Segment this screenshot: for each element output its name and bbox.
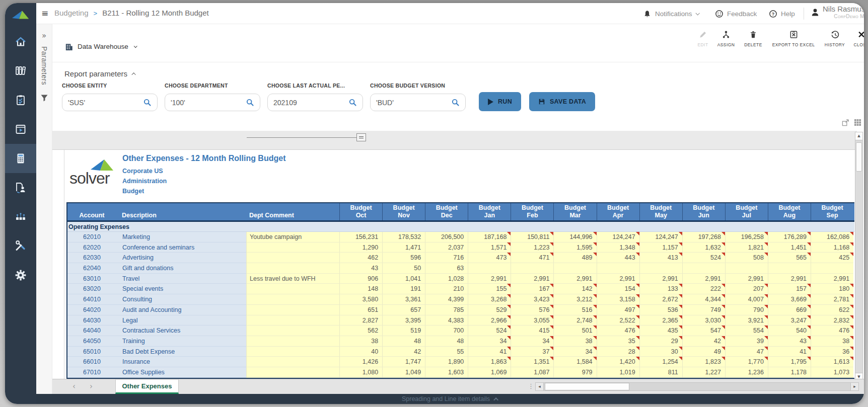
value-cell[interactable]: 2,522: [597, 315, 639, 326]
close-button[interactable]: CLOSE: [850, 30, 864, 47]
value-cell[interactable]: 425: [811, 253, 853, 263]
value-cell[interactable]: 501: [553, 325, 596, 336]
value-cell[interactable]: 3,268: [468, 294, 511, 305]
value-cell[interactable]: 547: [682, 325, 725, 336]
value-cell[interactable]: 28: [597, 347, 639, 357]
value-cell[interactable]: [682, 263, 725, 274]
data-source-dropdown[interactable]: Data Warehouse: [64, 42, 136, 51]
value-cell[interactable]: 4,399: [425, 294, 468, 305]
drag-handle-icon[interactable]: ⋮: [528, 382, 534, 390]
value-cell[interactable]: 2,827: [339, 315, 382, 326]
value-cell[interactable]: 540: [768, 325, 811, 336]
sidebar-item-workflow[interactable]: [5, 202, 36, 231]
horizontal-scrollbar[interactable]: ◂ ▸: [535, 382, 859, 391]
value-cell[interactable]: [511, 263, 553, 274]
value-cell[interactable]: 1,049: [382, 367, 425, 378]
value-cell[interactable]: 38: [339, 336, 382, 347]
value-cell[interactable]: 476: [811, 325, 853, 336]
feedback-button[interactable]: Feedback: [715, 3, 757, 24]
value-cell[interactable]: 155: [468, 284, 511, 294]
value-cell[interactable]: 34: [511, 336, 553, 347]
value-cell[interactable]: 811: [639, 367, 682, 378]
search-icon[interactable]: [143, 98, 152, 107]
value-cell[interactable]: 413: [639, 253, 682, 263]
value-cell[interactable]: 35: [597, 336, 639, 347]
run-button[interactable]: RUN: [479, 92, 521, 111]
value-cell[interactable]: 1,571: [468, 242, 511, 253]
comment-cell[interactable]: [246, 253, 339, 263]
value-cell[interactable]: 1,019: [597, 367, 639, 378]
value-cell[interactable]: 29: [639, 336, 682, 347]
value-cell[interactable]: 157: [768, 284, 811, 294]
value-cell[interactable]: 180: [811, 284, 853, 294]
value-cell[interactable]: 42: [682, 336, 725, 347]
value-cell[interactable]: 1,087: [511, 367, 553, 378]
value-cell[interactable]: 142: [553, 284, 596, 294]
comment-cell[interactable]: [246, 315, 339, 326]
notifications-button[interactable]: Notifications: [643, 3, 699, 24]
value-cell[interactable]: 167: [511, 284, 553, 294]
value-cell[interactable]: 1,073: [811, 367, 853, 378]
value-cell[interactable]: 524: [682, 253, 725, 263]
value-cell[interactable]: 2,991: [553, 274, 596, 284]
value-cell[interactable]: 124,247: [639, 232, 682, 242]
value-cell[interactable]: 1,584: [553, 357, 596, 367]
value-cell[interactable]: 1,890: [425, 357, 468, 367]
budget-version-input[interactable]: 'BUD': [370, 94, 466, 111]
comment-cell[interactable]: [246, 305, 339, 315]
value-cell[interactable]: 749: [682, 305, 725, 315]
value-cell[interactable]: 2,991: [725, 274, 768, 284]
value-cell[interactable]: 43: [768, 336, 811, 347]
value-cell[interactable]: 1,770: [725, 357, 768, 367]
value-cell[interactable]: 1,178: [768, 367, 811, 378]
value-cell[interactable]: 415: [511, 325, 553, 336]
comment-cell[interactable]: Youtube campaign: [246, 232, 339, 242]
value-cell[interactable]: 785: [425, 305, 468, 315]
value-cell[interactable]: 34: [553, 347, 596, 357]
value-cell[interactable]: 38: [553, 336, 596, 347]
report-parameters-toggle[interactable]: Report parameters: [64, 69, 136, 78]
value-cell[interactable]: 471: [511, 253, 553, 263]
value-cell[interactable]: 176,289: [768, 232, 811, 242]
value-cell[interactable]: 148: [339, 284, 382, 294]
value-cell[interactable]: 497: [597, 305, 639, 315]
value-cell[interactable]: 2,672: [639, 294, 682, 305]
value-cell[interactable]: 1,348: [597, 242, 639, 253]
value-cell[interactable]: 716: [425, 253, 468, 263]
value-cell[interactable]: 1,595: [553, 242, 596, 253]
scroll-right-button[interactable]: ▸: [850, 383, 858, 390]
value-cell[interactable]: [553, 263, 596, 274]
value-cell[interactable]: 443: [597, 253, 639, 263]
value-cell[interactable]: 536: [639, 305, 682, 315]
value-cell[interactable]: [811, 263, 853, 274]
value-cell[interactable]: 473: [468, 253, 511, 263]
value-cell[interactable]: 2,991: [639, 274, 682, 284]
value-cell[interactable]: [639, 263, 682, 274]
value-cell[interactable]: 462: [339, 253, 382, 263]
sidebar-item-collaboration[interactable]: [5, 173, 36, 202]
value-cell[interactable]: 2,781: [811, 294, 853, 305]
value-cell[interactable]: 3,212: [553, 294, 596, 305]
value-cell[interactable]: 2,991: [682, 274, 725, 284]
value-cell[interactable]: 1,041: [382, 274, 425, 284]
value-cell[interactable]: 669: [768, 305, 811, 315]
value-cell[interactable]: 43: [339, 263, 382, 274]
value-cell[interactable]: 435: [639, 325, 682, 336]
search-icon[interactable]: [348, 98, 357, 107]
value-cell[interactable]: 1,795: [768, 357, 811, 367]
save-data-button[interactable]: SAVE DATA: [529, 92, 595, 111]
value-cell[interactable]: 197,268: [682, 232, 725, 242]
value-cell[interactable]: 657: [382, 305, 425, 315]
value-cell[interactable]: 187,168: [468, 232, 511, 242]
value-cell[interactable]: [768, 263, 811, 274]
value-cell[interactable]: 906: [339, 274, 382, 284]
value-cell[interactable]: 1,632: [682, 242, 725, 253]
value-cell[interactable]: 596: [382, 253, 425, 263]
value-cell[interactable]: 979: [553, 367, 596, 378]
vertical-scrollbar[interactable]: ▲ ▼: [855, 132, 863, 381]
value-cell[interactable]: 1,603: [425, 367, 468, 378]
value-cell[interactable]: 222: [682, 284, 725, 294]
horizontal-scrollbar-thumb[interactable]: [545, 383, 629, 390]
value-cell[interactable]: 150,811: [511, 232, 553, 242]
entity-input[interactable]: 'SUS': [62, 94, 158, 111]
